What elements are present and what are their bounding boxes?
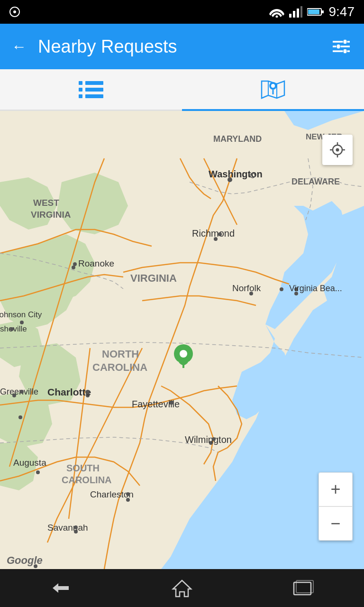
svg-rect-2 bbox=[293, 11, 295, 18]
svg-point-61 bbox=[85, 390, 90, 395]
wifi-icon bbox=[269, 6, 284, 18]
svg-rect-4 bbox=[300, 6, 302, 18]
app-bar: ← Nearby Requests bbox=[0, 24, 364, 69]
svg-point-27 bbox=[72, 266, 75, 269]
svg-point-78 bbox=[180, 350, 187, 358]
map-svg: Washington MARYLAND DELAWARE NEW JER... … bbox=[0, 111, 364, 569]
svg-point-23 bbox=[271, 84, 275, 88]
svg-point-46 bbox=[218, 232, 222, 236]
zoom-controls: + − bbox=[318, 472, 353, 541]
svg-point-67 bbox=[212, 437, 216, 441]
svg-rect-1 bbox=[289, 14, 291, 18]
filter-icon[interactable] bbox=[330, 37, 353, 56]
svg-rect-19 bbox=[85, 94, 103, 98]
status-right: 9:47 bbox=[269, 4, 355, 19]
svg-text:Roanoke: Roanoke bbox=[78, 258, 114, 268]
map-container[interactable]: Washington MARYLAND DELAWARE NEW JER... … bbox=[0, 111, 364, 569]
svg-text:Norfolk: Norfolk bbox=[232, 283, 261, 293]
tab-map[interactable] bbox=[182, 69, 364, 110]
svg-point-51 bbox=[280, 287, 283, 291]
svg-point-48 bbox=[73, 262, 77, 266]
status-left bbox=[9, 7, 20, 17]
svg-point-71 bbox=[36, 470, 40, 474]
svg-text:Greenville: Greenville bbox=[0, 387, 38, 396]
recents-nav-button[interactable] bbox=[284, 574, 322, 602]
svg-text:Charlotte: Charlotte bbox=[47, 386, 91, 397]
map-pin[interactable] bbox=[173, 343, 194, 370]
svg-text:SOUTH: SOUTH bbox=[66, 463, 100, 473]
svg-point-63 bbox=[170, 401, 174, 405]
svg-text:Virginia Bea...: Virginia Bea... bbox=[289, 284, 342, 293]
svg-text:VIRGINIA: VIRGINIA bbox=[130, 272, 177, 284]
svg-rect-11 bbox=[343, 39, 347, 44]
svg-point-73 bbox=[126, 492, 130, 496]
svg-text:MARYLAND: MARYLAND bbox=[213, 134, 262, 144]
list-icon bbox=[79, 79, 103, 100]
svg-point-30 bbox=[18, 415, 22, 419]
svg-point-57 bbox=[10, 327, 14, 331]
svg-text:VIRGINIA: VIRGINIA bbox=[31, 210, 71, 220]
location-icon bbox=[9, 7, 20, 17]
svg-rect-6 bbox=[308, 9, 319, 14]
svg-rect-18 bbox=[79, 94, 82, 98]
status-time: 9:47 bbox=[329, 4, 355, 19]
svg-point-75 bbox=[74, 525, 78, 529]
svg-rect-7 bbox=[322, 10, 324, 13]
page-title: Nearby Requests bbox=[38, 37, 177, 57]
svg-rect-16 bbox=[79, 88, 82, 92]
back-button[interactable]: ← bbox=[11, 39, 27, 54]
status-bar: 9:47 bbox=[0, 0, 364, 24]
svg-point-65 bbox=[20, 390, 24, 394]
svg-text:Savannah: Savannah bbox=[47, 523, 88, 533]
tab-list[interactable] bbox=[0, 69, 182, 110]
back-nav-button[interactable] bbox=[42, 574, 80, 602]
svg-rect-17 bbox=[85, 88, 103, 92]
svg-point-0 bbox=[275, 16, 278, 18]
svg-text:WEST: WEST bbox=[33, 198, 59, 208]
svg-rect-14 bbox=[79, 81, 82, 85]
svg-text:Richmond: Richmond bbox=[192, 228, 235, 239]
locate-me-button[interactable] bbox=[322, 135, 353, 165]
battery-icon bbox=[307, 7, 324, 17]
svg-point-80 bbox=[336, 148, 339, 152]
home-nav-button[interactable] bbox=[163, 574, 201, 602]
svg-point-55 bbox=[20, 321, 24, 324]
svg-rect-15 bbox=[85, 81, 103, 85]
svg-text:CAROLINA: CAROLINA bbox=[92, 361, 147, 373]
bottom-nav bbox=[0, 569, 364, 607]
svg-text:Augusta: Augusta bbox=[13, 458, 46, 468]
svg-text:DELAWARE: DELAWARE bbox=[291, 177, 340, 186]
app-bar-left: ← Nearby Requests bbox=[11, 37, 177, 57]
svg-rect-3 bbox=[297, 9, 299, 18]
zoom-in-button[interactable]: + bbox=[318, 472, 353, 506]
signal-icon bbox=[289, 6, 302, 18]
svg-text:NORTH: NORTH bbox=[102, 348, 139, 360]
svg-text:Google: Google bbox=[7, 554, 43, 566]
svg-text:Wilmington: Wilmington bbox=[185, 434, 232, 445]
svg-rect-13 bbox=[343, 49, 347, 54]
svg-rect-12 bbox=[337, 44, 340, 49]
zoom-out-button[interactable]: − bbox=[318, 506, 353, 541]
svg-text:Johnson City: Johnson City bbox=[0, 310, 42, 319]
map-icon bbox=[260, 77, 286, 102]
svg-text:CAROLINA: CAROLINA bbox=[62, 475, 112, 485]
tab-bar bbox=[0, 69, 364, 111]
